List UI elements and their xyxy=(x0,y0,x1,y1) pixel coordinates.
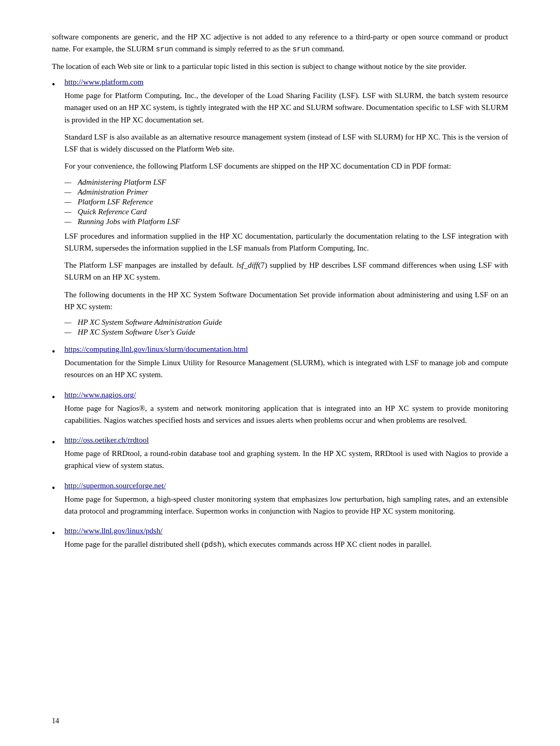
bullet-item-slurm: • https://computing.llnl.gov/linux/slurm… xyxy=(52,345,508,386)
platform-para-3: For your convenience, the following Plat… xyxy=(64,160,508,172)
code-srun-1: srun xyxy=(156,45,173,53)
bullet-item-nagios: • http://www.nagios.org/ Home page for N… xyxy=(52,391,508,432)
bullet-content-nagios: http://www.nagios.org/ Home page for Nag… xyxy=(64,391,508,432)
link-platform[interactable]: http://www.platform.com xyxy=(64,78,143,86)
bullet-item-platform: • http://www.platform.com Home page for … xyxy=(52,78,508,341)
dash-symbol-6: — xyxy=(64,318,71,327)
slurm-para-1: Documentation for the Simple Linux Utili… xyxy=(64,357,508,381)
platform-para-6: The following documents in the HP XC Sys… xyxy=(64,289,508,313)
dash-item-admin-guide: — HP XC System Software Administration G… xyxy=(64,318,508,327)
dash-text-4: Quick Reference Card xyxy=(78,208,147,216)
bullet-content-pdsh: http://www.llnl.gov/linux/pdsh/ Home pag… xyxy=(64,527,508,556)
main-bullet-list: • http://www.platform.com Home page for … xyxy=(52,78,508,556)
platform-para-5: The Platform LSF manpages are installed … xyxy=(64,259,508,284)
platform-para-4: LSF procedures and information supplied … xyxy=(64,230,508,255)
dash-text-admin-guide: HP XC System Software Administration Gui… xyxy=(78,318,222,327)
dash-text-5: Running Jobs with Platform LSF xyxy=(78,217,180,226)
dash-item-3: — Platform LSF Reference xyxy=(64,198,508,206)
dash-list-hpxc-docs: — HP XC System Software Administration G… xyxy=(64,318,508,337)
dash-text-3: Platform LSF Reference xyxy=(78,198,153,206)
bullet-dot-6: • xyxy=(52,527,55,541)
page-number: 14 xyxy=(52,717,59,725)
dash-symbol-2: — xyxy=(64,188,71,197)
link-rrdtool[interactable]: http://oss.oetiker.ch/rrdtool xyxy=(64,436,148,444)
lsf-diff-ref: lsf_diff xyxy=(236,261,258,269)
code-srun-2: srun xyxy=(292,45,310,53)
bullet-content-rrdtool: http://oss.oetiker.ch/rrdtool Home page … xyxy=(64,436,508,477)
bullet-dot-1: • xyxy=(52,78,55,92)
link-nagios[interactable]: http://www.nagios.org/ xyxy=(64,391,136,399)
bullet-item-supermon: • http://supermon.sourceforge.net/ Home … xyxy=(52,481,508,523)
supermon-para-1: Home page for Supermon, a high-speed clu… xyxy=(64,493,508,518)
dash-text-1: Administering Platform LSF xyxy=(78,178,166,187)
page: software components are generic, and the… xyxy=(0,0,560,746)
dash-symbol-3: — xyxy=(64,198,71,206)
bullet-content-supermon: http://supermon.sourceforge.net/ Home pa… xyxy=(64,481,508,523)
paragraph-2: The location of each Web site or link to… xyxy=(52,61,508,73)
code-pdsh: pdsh xyxy=(204,541,222,549)
bullet-dot-2: • xyxy=(52,345,55,360)
dash-item-2: — Administration Primer xyxy=(64,188,508,197)
paragraph-1: software components are generic, and the… xyxy=(52,31,508,56)
dash-symbol-5: — xyxy=(64,217,71,226)
dash-symbol-7: — xyxy=(64,328,71,337)
dash-text-2: Administration Primer xyxy=(78,188,148,197)
dash-item-user-guide: — HP XC System Software User's Guide xyxy=(64,328,508,337)
dash-item-1: — Administering Platform LSF xyxy=(64,178,508,187)
dash-item-4: — Quick Reference Card xyxy=(64,208,508,216)
dash-symbol-1: — xyxy=(64,178,71,187)
link-slurm[interactable]: https://computing.llnl.gov/linux/slurm/d… xyxy=(64,345,248,353)
dash-text-user-guide: HP XC System Software User's Guide xyxy=(78,328,195,337)
dash-list-lsf-docs: — Administering Platform LSF — Administr… xyxy=(64,178,508,226)
bullet-content-slurm: https://computing.llnl.gov/linux/slurm/d… xyxy=(64,345,508,386)
rrdtool-para-1: Home page of RRDtool, a round-robin data… xyxy=(64,448,508,472)
pdsh-para-1: Home page for the parallel distributed s… xyxy=(64,538,508,551)
bullet-item-rrdtool: • http://oss.oetiker.ch/rrdtool Home pag… xyxy=(52,436,508,477)
bullet-item-pdsh: • http://www.llnl.gov/linux/pdsh/ Home p… xyxy=(52,527,508,556)
nagios-para-1: Home page for Nagios®, a system and netw… xyxy=(64,403,508,427)
bullet-dot-4: • xyxy=(52,436,55,450)
link-supermon[interactable]: http://supermon.sourceforge.net/ xyxy=(64,481,166,490)
bullet-dot-5: • xyxy=(52,481,55,496)
dash-symbol-4: — xyxy=(64,208,71,216)
platform-para-2: Standard LSF is also available as an alt… xyxy=(64,131,508,156)
bullet-dot-3: • xyxy=(52,391,55,405)
bullet-content-platform: http://www.platform.com Home page for Pl… xyxy=(64,78,508,341)
link-pdsh[interactable]: http://www.llnl.gov/linux/pdsh/ xyxy=(64,527,162,535)
platform-para-1: Home page for Platform Computing, Inc., … xyxy=(64,90,508,126)
dash-item-5: — Running Jobs with Platform LSF xyxy=(64,217,508,226)
